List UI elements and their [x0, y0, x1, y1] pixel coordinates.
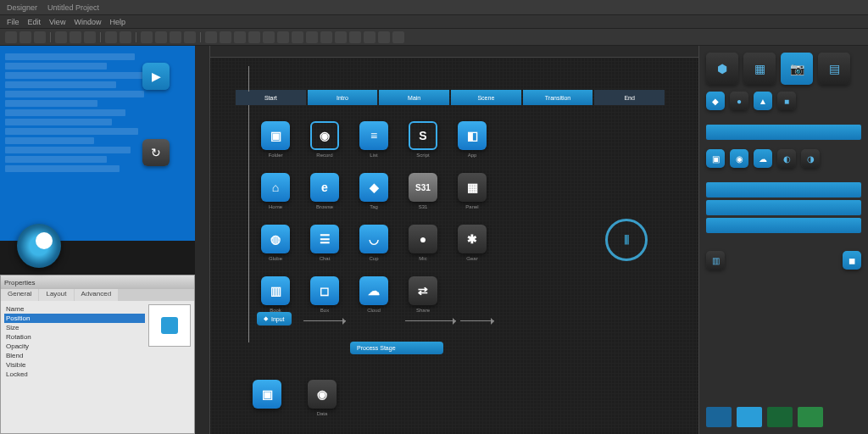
tool-new-icon[interactable]	[5, 31, 17, 43]
layer-bar[interactable]	[706, 125, 861, 140]
app-app[interactable]: ◧App	[458, 121, 487, 158]
app-tag[interactable]: ◆Tag	[359, 173, 388, 209]
prop-row[interactable]: Visible	[4, 360, 145, 370]
app-share[interactable]: ⇄Share	[409, 276, 437, 313]
menu-file[interactable]: File	[7, 18, 19, 26]
tool-l-icon[interactable]	[364, 31, 376, 43]
timeline-segment[interactable]: Intro	[308, 90, 378, 105]
asset-sm-icon[interactable]: ▥	[706, 251, 725, 270]
tool-n-icon[interactable]	[392, 31, 404, 43]
asset-sm-icon[interactable]: ◑	[801, 149, 820, 168]
tool-f-icon[interactable]	[277, 31, 289, 43]
tool-align-icon[interactable]	[184, 31, 196, 43]
app-panel[interactable]: ▦Panel	[458, 173, 487, 209]
node-input[interactable]: ◆ Input	[257, 312, 292, 326]
tool-a-icon[interactable]	[205, 31, 217, 43]
app-home[interactable]: ⌂Home	[261, 173, 290, 209]
layer-bar[interactable]	[706, 218, 861, 233]
tool-redo-icon[interactable]	[120, 31, 131, 43]
asset-sm-icon[interactable]: ◆	[706, 92, 725, 110]
app-gear[interactable]: ✱Gear	[458, 225, 487, 261]
tab-general[interactable]: General	[1, 289, 38, 301]
brand-logo-icon: ⦀	[605, 219, 648, 261]
tool-g-icon[interactable]	[292, 31, 303, 43]
app-cloud[interactable]: ☁Cloud	[359, 276, 388, 313]
media-icon[interactable]: ▶	[142, 63, 170, 90]
asset-sm-icon[interactable]: ☁	[754, 149, 772, 168]
prop-row[interactable]: Rotation	[4, 332, 145, 342]
asset-sm-icon[interactable]: ◉	[730, 149, 748, 168]
tab-advanced[interactable]: Advanced	[75, 289, 119, 301]
tool-cut-icon[interactable]	[55, 31, 67, 43]
asset-doc-icon[interactable]: ▤	[818, 53, 850, 85]
app-record[interactable]: ◉Record	[310, 121, 339, 158]
timeline-segment[interactable]: Start	[236, 90, 306, 105]
tool-e-icon[interactable]	[263, 31, 275, 43]
menu-window[interactable]: Window	[74, 18, 101, 26]
tool-save-icon[interactable]	[34, 31, 46, 43]
asset-sm-icon[interactable]: ■	[777, 92, 796, 110]
asset-cube-icon[interactable]: ⬢	[706, 53, 738, 85]
tool-d-icon[interactable]	[248, 31, 260, 43]
icon-label: Cloud	[367, 308, 381, 313]
app-cup[interactable]: ◡Cup	[359, 225, 388, 261]
prop-row[interactable]: Position	[4, 314, 145, 323]
tool-i-icon[interactable]	[320, 31, 332, 43]
eye-preview-icon[interactable]	[17, 224, 61, 268]
color-swatch[interactable]	[706, 407, 732, 427]
tool-undo-icon[interactable]	[105, 31, 117, 43]
canvas-area[interactable]: Start Intro Main Scene Transition End ▣F…	[195, 46, 698, 434]
tool-j-icon[interactable]	[335, 31, 347, 43]
menu-help[interactable]: Help	[109, 18, 125, 26]
timeline-segment[interactable]: Main	[379, 90, 449, 105]
color-swatch[interactable]	[767, 407, 793, 427]
asset-sm-icon[interactable]: ▣	[706, 149, 725, 168]
prop-row[interactable]: Name	[4, 304, 145, 314]
tool-snap-icon[interactable]	[170, 31, 181, 43]
layer-bar[interactable]	[706, 200, 861, 215]
asset-sm-icon[interactable]: ●	[730, 92, 748, 110]
timeline-segment[interactable]: Scene	[451, 90, 521, 105]
asset-sm-icon[interactable]: ◐	[777, 149, 796, 168]
menu-edit[interactable]: Edit	[28, 18, 42, 26]
asset-box-icon[interactable]: ▦	[743, 53, 776, 85]
prop-row[interactable]: Size	[4, 323, 145, 332]
app-folder[interactable]: ▣Folder	[261, 121, 290, 158]
app-globe[interactable]: ◍Globe	[261, 225, 290, 261]
sync-icon[interactable]: ↻	[142, 139, 170, 166]
layer-bar[interactable]	[706, 182, 861, 198]
timeline-segment[interactable]: End	[594, 90, 665, 105]
app-script[interactable]: SScript	[409, 121, 437, 158]
tab-layout[interactable]: Layout	[39, 289, 73, 301]
tool-paste-icon[interactable]	[84, 31, 96, 43]
node-data[interactable]: ◉ Data	[308, 380, 337, 416]
color-swatch[interactable]	[798, 407, 823, 427]
node-process[interactable]: Process Stage	[350, 342, 443, 354]
node-image[interactable]: ▣	[253, 380, 281, 409]
menu-view[interactable]: View	[49, 18, 65, 26]
app-list[interactable]: ≡List	[359, 121, 388, 158]
timeline-segment[interactable]: Transition	[523, 90, 593, 105]
tool-m-icon[interactable]	[378, 31, 390, 43]
app-box[interactable]: ◻Box	[310, 276, 339, 313]
asset-cam-icon[interactable]: 📷	[781, 53, 813, 85]
prop-row[interactable]: Blend	[4, 351, 145, 360]
app-book[interactable]: ▥Book	[261, 276, 290, 313]
tool-grid-icon[interactable]	[155, 31, 167, 43]
tool-b-icon[interactable]	[220, 31, 231, 43]
asset-sm-icon[interactable]: ◼	[843, 251, 861, 270]
tool-zoom-icon[interactable]	[141, 31, 153, 43]
asset-sm-icon[interactable]: ▲	[754, 92, 772, 110]
app-browse[interactable]: eBrowse	[310, 173, 339, 209]
app-num[interactable]: S31S31	[409, 173, 437, 209]
tool-h-icon[interactable]	[306, 31, 318, 43]
tool-k-icon[interactable]	[349, 31, 361, 43]
tool-c-icon[interactable]	[234, 31, 246, 43]
color-swatch[interactable]	[737, 407, 762, 427]
tool-open-icon[interactable]	[19, 31, 31, 43]
app-mic[interactable]: ●Mic	[409, 225, 437, 261]
prop-row[interactable]: Opacity	[4, 342, 145, 351]
tool-copy-icon[interactable]	[70, 31, 81, 43]
prop-row[interactable]: Locked	[4, 370, 145, 379]
app-chat[interactable]: ☰Chat	[310, 225, 339, 261]
